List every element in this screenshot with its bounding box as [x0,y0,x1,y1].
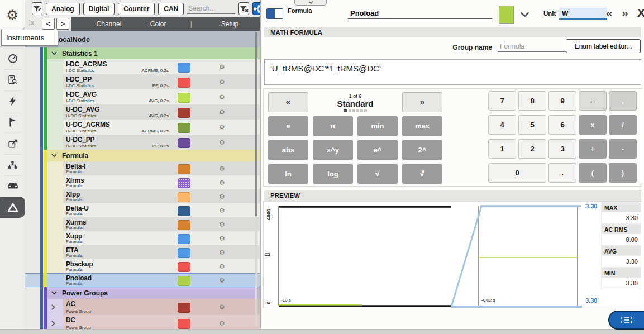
fn-key-pi[interactable]: π [313,116,353,136]
channel-row[interactable]: Delta-I Formula ⚙ [47,161,260,175]
num-key-6[interactable]: 6 [548,115,576,135]
filter-counter-button[interactable]: Counter [118,3,155,15]
channel-row[interactable]: Xupp Formula ⚙ [47,231,260,245]
color-swatch[interactable] [178,78,190,88]
channel-row[interactable]: AC PowerGroup ⚙ [47,299,260,315]
divide-key[interactable]: / [609,115,637,135]
num-key-9[interactable]: 9 [548,91,576,111]
prev-channel-button[interactable]: < [42,18,55,30]
color-dropdown-chevron-icon[interactable] [520,12,529,17]
channel-row[interactable]: Pbackup Formula ⚙ [47,259,260,273]
color-swatch[interactable] [178,138,190,148]
setup-gear-icon[interactable]: ⚙ [219,249,225,256]
keypad-page-next-button[interactable]: » [402,92,442,112]
sidebar-item-network[interactable] [0,154,25,175]
color-swatch[interactable] [178,164,190,174]
color-swatch[interactable] [178,63,190,73]
num-key-4[interactable]: 4 [488,115,516,135]
fn-key-abs[interactable]: abs [268,140,308,160]
color-swatch[interactable] [178,262,190,272]
fn-key-min[interactable]: min [357,116,398,136]
channel-row[interactable]: U-DC_AVG U-DC Statistics AVG, 0.2s ⚙ [47,104,260,120]
formula-expression-box[interactable]: 'U_tRMS@DC'*'I_tRMS@DC' [264,59,641,85]
sidebar-item-export[interactable] [0,133,25,154]
fn-key-ln[interactable]: ln [268,164,308,184]
backspace-key[interactable]: ← [579,91,607,111]
fn-key-exp[interactable]: e^ [357,140,398,160]
filter-digital-button[interactable]: Digital [83,3,115,15]
color-swatch[interactable] [178,206,190,216]
num-key-7[interactable]: 7 [488,91,516,111]
multiply-key[interactable]: x [579,115,607,135]
sidebar-item-dashboard[interactable] [0,48,25,69]
group-name-input[interactable] [498,41,574,52]
channel-name-input[interactable] [348,8,492,19]
channel-row[interactable]: XIpp Formula ⚙ [47,189,260,203]
sidebar-item-report[interactable] [0,69,25,90]
setup-gear-icon[interactable]: ⚙ [219,79,225,85]
close-paren-key[interactable]: ) [609,163,637,183]
decimal-key[interactable]: . [548,163,576,183]
column-channel[interactable]: Channel [71,20,146,28]
expand-chevron-icon[interactable] [51,321,55,326]
formula-toggle[interactable] [266,8,283,19]
channel-row[interactable]: U-DC_ACRMS U-DC Statistics ACRMS, 0.2s ⚙ [47,120,260,135]
close-button[interactable]: X [637,6,644,20]
fn-key-e[interactable]: e [268,116,308,136]
sidebar-item-instruments[interactable] [0,197,25,218]
fn-key-cbrt[interactable]: ∛ [402,164,442,184]
expand-chevron-icon[interactable] [51,304,55,310]
comma-key[interactable]: , [609,91,637,111]
color-swatch[interactable] [178,178,190,188]
group-header-powergroups[interactable]: Power Groups [47,287,260,299]
color-swatch[interactable] [178,123,190,133]
search-input[interactable] [187,3,235,14]
instruments-active-tab[interactable] [0,197,25,218]
color-swatch[interactable] [178,234,190,244]
enum-label-editor-button[interactable]: Enum label editor... [566,39,641,53]
channel-row-selected[interactable]: Pnoload Formula ⚙ [47,273,260,287]
color-swatch[interactable] [178,319,190,329]
channel-row[interactable]: I-DC_ACRMS I-DC Statistics ACRMS, 0.2s ⚙ [47,59,260,74]
open-paren-key[interactable]: ( [579,163,607,183]
fn-key-pow[interactable]: x^y [313,140,353,160]
setup-gear-icon[interactable]: ⚙ [219,207,225,214]
fn-key-pow2[interactable]: 2^ [402,140,442,160]
color-swatch[interactable] [178,248,190,258]
channel-row[interactable]: Delta-U Formula ⚙ [47,203,260,217]
num-key-5[interactable]: 5 [518,115,546,135]
chevron-down-icon[interactable] [51,51,57,55]
num-key-8[interactable]: 8 [518,91,546,111]
setup-gear-icon[interactable]: ⚙ [219,320,225,327]
fn-key-max[interactable]: max [402,116,442,136]
filter-clear-button[interactable] [238,2,249,15]
tree-root-localnode[interactable]: LocalNode [25,31,260,47]
setup-gear-icon[interactable]: ⚙ [219,193,225,200]
filter-analog-button[interactable]: Analog [46,3,80,15]
fn-key-log[interactable]: log [313,164,353,184]
channel-row[interactable]: I-DC_PP I-DC Statistics PP, 0.2s ⚙ [47,74,260,89]
setup-gear-icon[interactable]: ⚙ [219,94,225,101]
setup-gear-icon[interactable]: ⚙ [219,124,225,131]
setup-gear-icon[interactable]: ⚙ [219,139,225,146]
setup-gear-icon[interactable]: ⚙ [219,263,225,270]
column-color[interactable]: Color [150,20,185,28]
channel-row[interactable]: Xurms Formula ⚙ [47,217,260,231]
channel-row[interactable]: XIrms Formula ⚙ [47,175,260,189]
setup-gear-icon[interactable]: ⚙ [219,64,225,70]
fn-key-sqrt[interactable]: √ [357,164,398,184]
setup-gear-icon[interactable]: ⚙ [219,109,225,116]
chevron-down-icon[interactable] [51,154,57,158]
next-channel-button[interactable]: > [56,18,69,30]
num-key-0[interactable]: 0 [488,163,546,183]
color-swatch[interactable] [178,303,190,313]
filter-edit-button[interactable] [32,2,42,15]
setup-gear-icon[interactable]: ⚙ [219,235,225,242]
keypad-page-prev-button[interactable]: « [268,92,308,112]
scrollbar-thumb[interactable] [255,32,257,216]
color-swatch[interactable] [178,276,190,286]
group-header-formula[interactable]: Formula [47,150,260,161]
unit-input[interactable]: W [559,8,607,20]
sidebar-item-vehicle[interactable] [0,175,25,197]
setup-gear-icon[interactable]: ⚙ [219,179,225,186]
